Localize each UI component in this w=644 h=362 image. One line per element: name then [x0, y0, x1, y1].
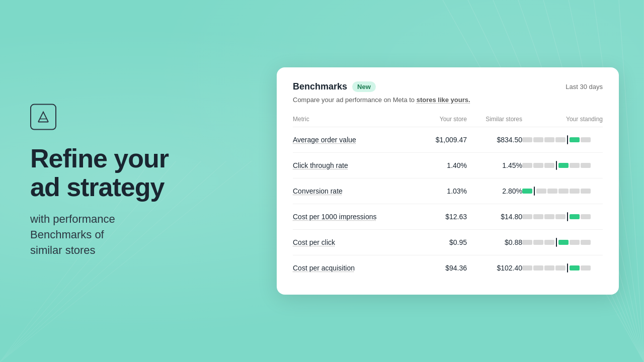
bar-segment	[581, 265, 591, 270]
standing-indicator	[534, 187, 535, 196]
left-panel: Refine yourad strategy with performanceB…	[30, 104, 221, 258]
bar-segment	[533, 163, 543, 168]
table-row: Conversion rate1.03%2.80%	[293, 178, 603, 204]
standing-indicator	[567, 135, 568, 144]
bar-segment	[555, 214, 566, 219]
card-title: Benchmarks	[293, 81, 347, 92]
svg-line-7	[619, 0, 644, 362]
metric-name: Cost per 1000 impressions	[293, 213, 377, 221]
bar-segment	[522, 189, 532, 194]
bar-segment	[522, 214, 532, 219]
bar-segment	[570, 163, 580, 168]
similar-stores-value: $102.40	[467, 255, 522, 281]
metric-name: Cost per acquisition	[293, 264, 355, 272]
bar-segment	[570, 240, 580, 245]
your-store-value: $94.36	[420, 255, 467, 281]
your-store-value: 1.40%	[420, 153, 467, 178]
your-store-value: 1.03%	[420, 178, 467, 204]
standing-indicator	[567, 212, 568, 221]
col-similar-stores: Similar stores	[467, 112, 522, 127]
subtext: with performanceBenchmarks ofsimilar sto…	[30, 212, 221, 258]
metric-name: Average order value	[293, 136, 356, 144]
standing-bar	[522, 178, 603, 204]
card-header: Benchmarks New Last 30 days	[293, 81, 603, 92]
bar-segment	[533, 137, 543, 142]
bar-segment	[555, 137, 566, 142]
benchmarks-card: Benchmarks New Last 30 days Compare your…	[277, 67, 619, 295]
bar-segment	[522, 265, 532, 270]
standing-bar	[522, 127, 603, 153]
bar-segment	[581, 137, 591, 142]
standing-indicator	[556, 161, 557, 170]
similar-stores-value: 1.45%	[467, 153, 522, 178]
similar-stores-value: $0.88	[467, 230, 522, 255]
metric-name: Conversion rate	[293, 187, 343, 195]
bar-segment	[533, 240, 543, 245]
bar-segment	[570, 189, 580, 194]
your-store-value: $1,009.47	[420, 127, 467, 153]
bar-segment	[570, 265, 580, 270]
bar-segment	[555, 265, 566, 270]
subtitle: Compare your ad performance on Meta to s…	[293, 96, 603, 104]
table-row: Cost per 1000 impressions$12.63$14.80	[293, 204, 603, 230]
col-standing: Your standing	[522, 112, 603, 127]
bar-segment	[558, 240, 569, 245]
similar-stores-value: $834.50	[467, 127, 522, 153]
bar-segment	[581, 240, 591, 245]
subtitle-bold: stores like yours.	[417, 96, 470, 104]
bar-segment	[533, 214, 543, 219]
benchmarks-table: Metric Your store Similar stores Your st…	[293, 112, 603, 281]
bar-segment	[536, 189, 546, 194]
bar-segment	[544, 240, 554, 245]
subtitle-plain: Compare your ad performance on Meta to	[293, 96, 417, 104]
metric-name: Click through rate	[293, 161, 348, 169]
bar-segment	[547, 189, 557, 194]
your-store-value: $12.63	[420, 204, 467, 230]
bar-segment	[522, 137, 532, 142]
table-row: Cost per acquisition$94.36$102.40	[293, 255, 603, 281]
bar-segment	[533, 265, 543, 270]
bar-segment	[558, 163, 569, 168]
standing-bar	[522, 204, 603, 230]
headline: Refine yourad strategy	[30, 144, 221, 202]
bar-segment	[544, 214, 554, 219]
table-row: Cost per click$0.95$0.88	[293, 230, 603, 255]
table-row: Average order value$1,009.47$834.50	[293, 127, 603, 153]
last-days-label: Last 30 days	[566, 83, 603, 90]
col-metric: Metric	[293, 112, 420, 127]
bar-segment	[544, 265, 554, 270]
logo	[30, 104, 56, 130]
metric-name: Cost per click	[293, 238, 335, 246]
standing-bar	[522, 230, 603, 255]
bar-segment	[570, 214, 580, 219]
bar-segment	[581, 163, 591, 168]
bar-segment	[558, 189, 569, 194]
bar-segment	[522, 240, 532, 245]
similar-stores-value: 2.80%	[467, 178, 522, 204]
similar-stores-value: $14.80	[467, 204, 522, 230]
bar-segment	[581, 189, 591, 194]
standing-indicator	[567, 263, 568, 273]
bar-segment	[570, 137, 580, 142]
col-your-store: Your store	[420, 112, 467, 127]
bar-segment	[544, 137, 554, 142]
new-badge: New	[352, 81, 376, 92]
bar-segment	[544, 163, 554, 168]
card-title-row: Benchmarks New	[293, 81, 376, 92]
bar-segment	[522, 163, 532, 168]
bar-segment	[581, 214, 591, 219]
standing-bar	[522, 153, 603, 178]
standing-indicator	[556, 238, 557, 247]
your-store-value: $0.95	[420, 230, 467, 255]
table-row: Click through rate1.40%1.45%	[293, 153, 603, 178]
standing-bar	[522, 255, 603, 281]
